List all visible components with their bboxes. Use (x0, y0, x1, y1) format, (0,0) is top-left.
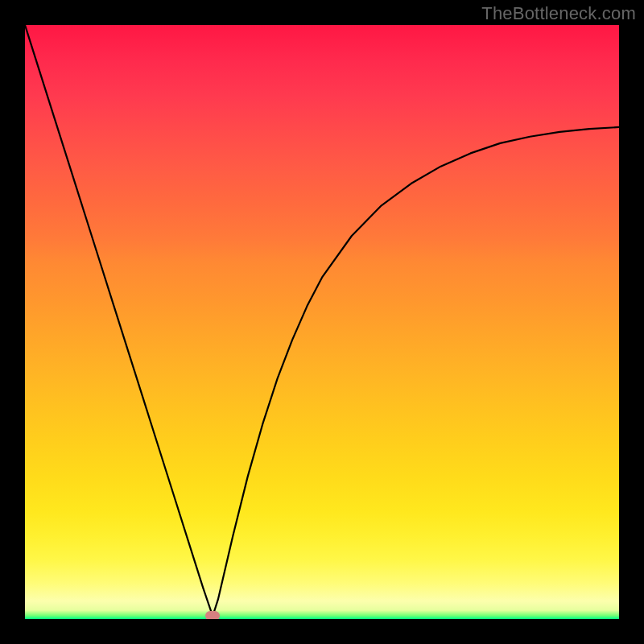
chart-plot-area (25, 25, 619, 619)
optimum-marker (205, 611, 220, 619)
bottleneck-curve (25, 25, 619, 619)
attribution-watermark: TheBottleneck.com (481, 3, 636, 24)
